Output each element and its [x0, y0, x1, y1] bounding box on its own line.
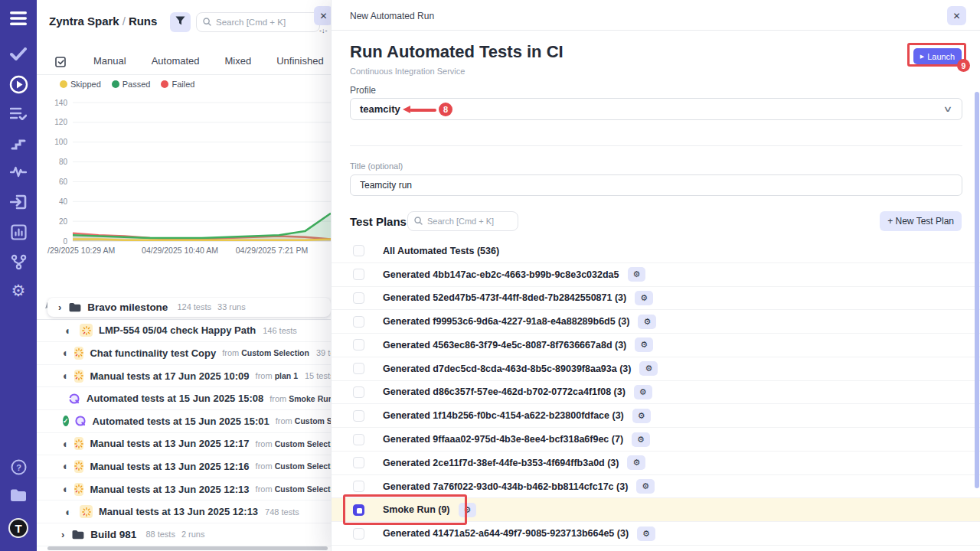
test-plan-row[interactable]: Generated 9ffaaa02-975d-4b3e-8ee4-bcf318…: [332, 428, 980, 452]
selected-group-card[interactable]: ›Bravo milestone124 tests33 runs: [47, 298, 331, 317]
svg-text:/29/2025 10:29 AM: /29/2025 10:29 AM: [47, 246, 115, 255]
run-row[interactable]: ✓Automated tests at 15 Jun 2025 15:01fro…: [37, 410, 331, 433]
tab-unfinished[interactable]: Unfinished: [276, 55, 323, 67]
horizontal-scrollbar[interactable]: [47, 546, 328, 550]
menu-icon[interactable]: [0, 11, 37, 25]
checkmark-icon[interactable]: [0, 47, 37, 60]
run-row[interactable]: ◐Manual tests at 13 Jun 2025 12:13from C…: [37, 478, 331, 501]
page-title: Run Automated Tests in CI: [350, 42, 564, 62]
branch-icon[interactable]: [0, 254, 37, 270]
pulse-icon[interactable]: [0, 165, 37, 178]
checkbox[interactable]: [353, 269, 364, 280]
checkbox[interactable]: [353, 457, 364, 468]
run-title: Manual tests at 13 Jun 2025 12:16: [90, 461, 249, 472]
run-group-row[interactable]: ›Bravo milestone124 tests33 runs: [37, 297, 331, 320]
profile-selected-value: teamcity: [360, 103, 400, 115]
title-input[interactable]: [360, 180, 952, 191]
checkbox[interactable]: [353, 245, 364, 256]
group-name: Bravo milestone: [87, 302, 168, 313]
test-plan-label: Generated 4563ec86-3f79-4e5c-8087-8f7636…: [383, 340, 626, 350]
test-plan-row[interactable]: All Automated Tests (536): [332, 240, 980, 263]
gear-icon[interactable]: ⚙: [628, 267, 646, 282]
runs-play-icon[interactable]: [0, 75, 37, 94]
steps-icon[interactable]: [0, 136, 37, 150]
test-plan-row[interactable]: Generated 2ce11f7d-38ef-44fe-b353-4f694f…: [332, 452, 980, 475]
status-in-progress-icon: ◐: [63, 370, 69, 381]
folder-nav-icon[interactable]: [0, 488, 37, 502]
chevron-right-icon[interactable]: ›: [61, 529, 64, 540]
checkbox[interactable]: [353, 292, 364, 304]
test-plan-row[interactable]: Generated 41471a52-a644-49f7-9085-923713…: [332, 522, 980, 546]
filter-button[interactable]: [170, 12, 191, 32]
run-source: from Custom Selection: [256, 439, 331, 448]
settings-gear-icon[interactable]: ⚙: [0, 282, 37, 300]
run-tests-count: 748 tests: [265, 507, 299, 517]
run-group-row[interactable]: ›Build 98188 tests2 runs: [37, 523, 331, 546]
run-title: Manual tests at 13 Jun 2025 12:13: [90, 484, 249, 495]
runs-search[interactable]: [196, 12, 320, 32]
test-plan-row[interactable]: Generated d86c357f-57ee-462d-b702-0772ca…: [332, 381, 980, 405]
svg-text:40: 40: [59, 197, 68, 206]
test-plans-search[interactable]: [407, 211, 518, 231]
gear-icon[interactable]: ⚙: [638, 315, 656, 329]
annotation-badge-9: 9: [957, 59, 970, 72]
test-plan-row[interactable]: Generated 1f14b256-f0bc-4154-a622-b23800…: [332, 404, 980, 428]
run-row[interactable]: ◐Manual tests at 13 Jun 2025 12:13748 te…: [37, 500, 331, 523]
gear-icon[interactable]: ⚙: [635, 337, 653, 352]
launch-button[interactable]: ▶ Launch: [913, 48, 962, 64]
run-row[interactable]: ◐Manual tests at 13 Jun 2025 12:17from C…: [37, 433, 331, 456]
vertical-scrollbar[interactable]: [975, 92, 979, 488]
checkbox[interactable]: [353, 386, 364, 398]
new-test-plan-button[interactable]: + New Test Plan: [880, 211, 962, 231]
checkbox[interactable]: [353, 339, 364, 350]
gear-icon[interactable]: ⚙: [632, 409, 651, 423]
gear-icon[interactable]: ⚙: [627, 455, 645, 470]
user-avatar[interactable]: T: [0, 518, 37, 538]
run-row[interactable]: ◐LMP-554 05/04 check Happy Path146 tests: [37, 320, 331, 343]
run-row[interactable]: ◐Chat functinality test Copyfrom Custom …: [37, 342, 331, 365]
checkbox[interactable]: [353, 363, 364, 374]
checkbox[interactable]: [353, 316, 364, 328]
run-source: from Smoke Run: [270, 394, 331, 403]
test-plans-search-input[interactable]: [427, 217, 504, 226]
tab-mixed[interactable]: Mixed: [225, 55, 252, 67]
checkbox[interactable]: [353, 434, 364, 445]
test-plan-label: Generated d7dec5cd-8cda-463d-8b5c-89039f…: [383, 364, 631, 374]
help-icon[interactable]: ?: [0, 459, 37, 475]
gear-icon[interactable]: ⚙: [639, 361, 658, 376]
gear-icon[interactable]: ⚙: [636, 479, 655, 494]
gear-icon[interactable]: ⚙: [637, 527, 655, 541]
list-check-icon[interactable]: [0, 107, 37, 120]
run-title: Automated tests at 15 Jun 2025 15:08: [87, 393, 263, 404]
search-input[interactable]: [216, 18, 300, 27]
test-plan-row[interactable]: Generated 4bb147ac-eb2c-4663-b99b-9c8e3c…: [332, 263, 980, 287]
test-plan-row[interactable]: Generated f99953c6-9d6a-4227-91a8-e4a882…: [332, 310, 980, 334]
sign-in-icon[interactable]: [0, 194, 37, 210]
bar-chart-icon[interactable]: [0, 224, 37, 240]
test-plan-row[interactable]: Generated d7dec5cd-8cda-463d-8b5c-89039f…: [332, 357, 980, 381]
run-row[interactable]: ◐Manual tests at 17 Jun 2025 10:09from p…: [37, 365, 331, 388]
checkbox[interactable]: [353, 528, 364, 540]
tab-manual[interactable]: Manual: [93, 55, 126, 67]
gear-icon[interactable]: ⚙: [635, 291, 653, 305]
chevron-right-icon[interactable]: ›: [58, 302, 61, 313]
breadcrumb-project[interactable]: Zyntra Spark: [49, 15, 119, 28]
manual-run-icon: [74, 347, 83, 360]
checkbox[interactable]: [353, 481, 364, 492]
gear-icon[interactable]: ⚙: [634, 385, 652, 399]
run-row[interactable]: Automated tests at 15 Jun 2025 15:08from…: [37, 387, 331, 410]
status-in-progress-icon: ◐: [63, 484, 69, 494]
run-tests-count: 146 tests: [263, 326, 297, 335]
group-tests-count: 124 tests: [177, 302, 211, 311]
panel-close-button[interactable]: ✕: [947, 6, 966, 25]
tab-automated[interactable]: Automated: [152, 55, 200, 67]
select-all-icon[interactable]: [55, 55, 67, 67]
svg-text:120: 120: [54, 118, 67, 126]
test-plan-row[interactable]: Generated 4563ec86-3f79-4e5c-8087-8f7636…: [332, 334, 980, 357]
run-row[interactable]: ◐Manual tests at 13 Jun 2025 12:16from C…: [37, 455, 331, 478]
manual-run-icon: [74, 437, 83, 450]
gear-icon[interactable]: ⚙: [632, 432, 650, 447]
checkbox[interactable]: [353, 410, 364, 422]
test-plan-row[interactable]: Generated 52ed47b5-473f-44ff-8ded-7b2842…: [332, 287, 980, 311]
title-field[interactable]: [350, 174, 962, 196]
